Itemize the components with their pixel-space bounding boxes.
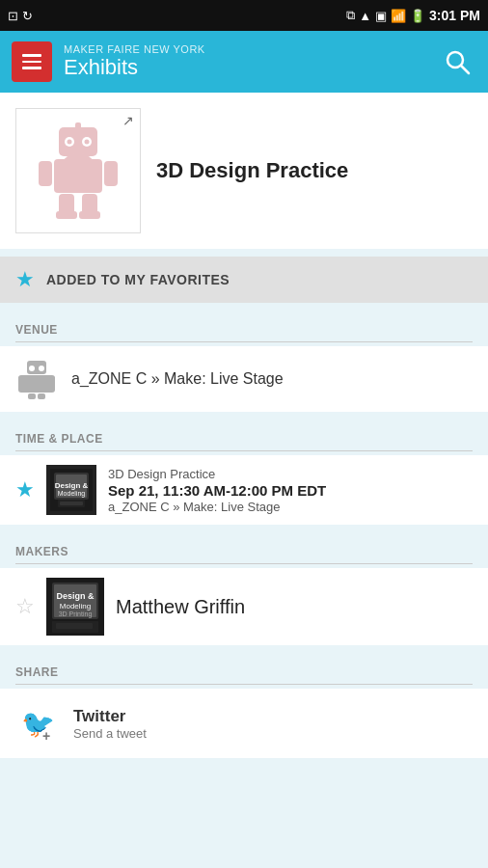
clock: 3:01 PM [429,8,480,23]
svg-rect-11 [39,161,52,186]
svg-point-24 [39,366,44,371]
svg-rect-31 [60,502,83,505]
venue-divider [15,341,473,342]
content-area: ↗ M [0,93,488,758]
time-place-row[interactable]: ★ Design & Modeling 3D Design Practice S… [0,455,488,525]
svg-rect-20 [47,376,55,390]
tp-time: Sep 21, 11:30 AM-12:00 PM EDT [108,482,326,499]
makers-section-header: MAKERS [0,532,488,568]
maker-thumbnail: Design & Modeling 3D Printing [46,578,104,636]
hamburger-icon [22,54,41,69]
screen-icon: ⧉ [346,8,355,23]
share-section-header: SHARE [0,653,488,689]
app-bar-subtitle: MAKER FAIRE NEW YORK [64,43,205,55]
share-divider [15,684,473,685]
status-bar-right-icons: ⧉ ▲ ▣ 📶 🔋 3:01 PM [346,8,480,23]
expand-icon: ↗ [122,113,134,128]
notification-icon: ⊡ [8,9,18,23]
venue-section-title: VENUE [15,323,58,337]
app-bar-title: Exhibits [64,55,205,80]
hamburger-line-1 [22,54,41,57]
status-bar-left-icons: ⊡ ↻ [8,9,33,23]
share-section-title: SHARE [15,665,59,679]
robot-logo: M [35,122,122,219]
favorites-star-icon: ★ [15,267,35,292]
maker-row[interactable]: ☆ Design & Modeling 3D Printing Matthew … [0,568,488,645]
time-place-section-title: TIME & PLACE [15,432,103,446]
svg-text:Design &: Design & [56,591,95,601]
time-place-thumbnail: Design & Modeling [46,465,96,515]
svg-rect-39 [56,623,93,629]
share-platform: Twitter [73,707,147,726]
maker-book-icon: Design & Modeling 3D Printing [46,578,104,636]
status-bar: ⊡ ↻ ⧉ ▲ ▣ 📶 🔋 3:01 PM [0,0,488,31]
menu-button[interactable] [12,41,52,82]
venue-icon [15,358,58,400]
svg-text:+: + [42,728,50,743]
share-text-block: Twitter Send a tweet [73,707,147,741]
svg-text:Modeling: Modeling [58,490,86,498]
svg-point-23 [29,366,35,371]
venue-name: a_ZONE C » Make: Live Stage [71,370,284,388]
time-place-star-icon[interactable]: ★ [15,477,35,502]
venue-section-header: VENUE [0,311,488,346]
favorites-label: ADDED TO MY FAVORITES [46,272,230,287]
sync-icon: ↻ [22,9,33,23]
svg-rect-22 [38,393,45,399]
hamburger-line-3 [22,67,41,69]
tp-exhibit-name: 3D Design Practice [108,467,326,481]
time-place-divider [15,450,473,451]
share-row[interactable]: 🐦 + Twitter Send a tweet [0,689,488,758]
svg-rect-10 [54,159,102,193]
maker-name: Matthew Griffin [116,596,245,618]
svg-text:3D Printing: 3D Printing [59,610,93,618]
svg-rect-15 [56,211,77,219]
favorites-bar[interactable]: ★ ADDED TO MY FAVORITES [0,257,488,303]
search-icon [444,48,471,75]
share-action: Send a tweet [73,726,147,741]
sim-icon: ▣ [375,9,387,23]
maker-star-icon[interactable]: ☆ [15,594,35,619]
signal-icon: 📶 [391,9,406,23]
twitter-icon-wrap: 🐦 + [15,702,58,745]
app-bar: MAKER FAIRE NEW YORK Exhibits [0,31,488,93]
svg-rect-12 [104,161,118,186]
time-place-section-header: TIME & PLACE [0,420,488,455]
exhibit-header: ↗ M [0,93,488,249]
svg-text:Design &: Design & [55,481,89,490]
tp-venue: a_ZONE C » Make: Live Stage [108,500,326,514]
svg-point-6 [68,140,72,145]
app-bar-left: MAKER FAIRE NEW YORK Exhibits [12,41,205,82]
svg-rect-21 [28,393,36,399]
wifi-icon: ▲ [359,9,371,23]
svg-rect-3 [75,122,81,130]
twitter-icon: 🐦 + [17,704,56,743]
hamburger-line-2 [22,61,41,64]
svg-point-7 [85,140,90,145]
battery-icon: 🔋 [410,9,425,23]
venue-row[interactable]: a_ZONE C » Make: Live Stage [0,346,488,412]
exhibit-image[interactable]: ↗ M [15,108,141,233]
time-place-text: 3D Design Practice Sep 21, 11:30 AM-12:0… [108,467,326,514]
venue-robot-icon [18,359,55,399]
makers-section-title: MAKERS [15,545,68,558]
makers-divider [15,563,473,564]
search-button[interactable] [438,42,476,81]
book-cover-icon: Design & Modeling [50,469,93,511]
svg-text:Modeling: Modeling [60,602,91,610]
svg-rect-16 [79,211,100,219]
svg-rect-19 [18,376,26,390]
app-bar-title-block: MAKER FAIRE NEW YORK Exhibits [64,43,205,80]
exhibit-name: 3D Design Practice [156,158,348,183]
svg-line-1 [461,66,469,73]
